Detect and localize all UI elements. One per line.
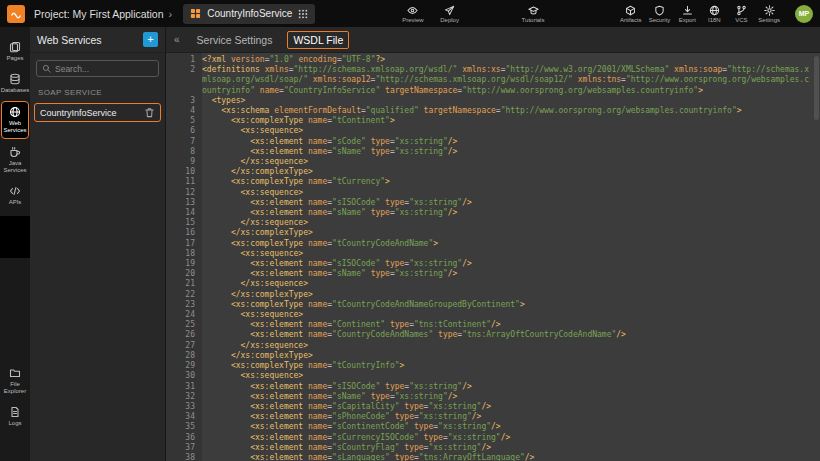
panel-header: Web Services + (30, 27, 165, 53)
code-line: 15 </xs:sequence> (166, 218, 820, 228)
tab-service-settings[interactable]: Service Settings (192, 32, 278, 48)
line-number: 38 (166, 453, 202, 461)
line-number: 10 (166, 167, 202, 177)
code-text: <definitions xmlns="http://schemas.xmlso… (202, 65, 820, 96)
tutorials-button[interactable]: Tutorials (522, 5, 545, 23)
line-number: 3 (166, 96, 202, 106)
export-button[interactable]: Export (677, 5, 697, 23)
code-line: 36 <xs:element name="sCurrencyISOCode" t… (166, 433, 820, 443)
code-line: 34 <xs:element name="sPhoneCode" type="x… (166, 412, 820, 422)
search-input[interactable] (55, 64, 153, 74)
tab-wsdl-file[interactable]: WSDL File (287, 31, 349, 49)
sidebar-main-items: PagesDatabasesWeb ServicesJava ServicesA… (0, 37, 30, 210)
user-avatar[interactable]: MP (795, 5, 813, 23)
action-label: Settings (758, 17, 780, 23)
line-number: 24 (166, 310, 202, 320)
i18n-button[interactable]: I18N (704, 5, 724, 23)
code-text: <xs:element name="sContinentCode" type="… (202, 422, 820, 432)
project-switcher[interactable]: Project: My First Application › (34, 8, 172, 20)
code-line: 11 <xs:complexType name="tCurrency"> (166, 177, 820, 187)
line-number: 11 (166, 177, 202, 187)
line-number: 32 (166, 392, 202, 402)
security-icon (654, 5, 665, 16)
code-text: </xs:complexType> (202, 167, 820, 177)
sidebar-item-logs[interactable]: Logs (0, 402, 30, 431)
code-text: <xs:element name="sISOCode" type="xs:str… (202, 382, 820, 392)
line-number: 4 (166, 106, 202, 116)
code-line: 5 <xs:complexType name="tContinent"> (166, 116, 820, 126)
code-line: 33 <xs:element name="sCapitalCity" type=… (166, 402, 820, 412)
security-button[interactable]: Security (649, 5, 671, 23)
code-line: 2<definitions xmlns="http://schemas.xmls… (166, 65, 820, 96)
action-label: Export (679, 17, 696, 23)
action-label: VCS (735, 17, 747, 23)
sidebar-item-file-explorer[interactable]: File Explorer (0, 363, 30, 399)
code-editor[interactable]: 1<?xml version="1.0" encoding="UTF-8"?>2… (166, 53, 820, 461)
preview-button[interactable]: Preview (402, 5, 423, 23)
tab-strip-tabs: Service SettingsWSDL File (192, 31, 350, 49)
line-number: 36 (166, 433, 202, 443)
sidebar-item-databases[interactable]: Databases (0, 69, 30, 98)
code-line: 38 <xs:element name="sLanguages" type="t… (166, 453, 820, 461)
sidebar-item-web-services[interactable]: Web Services (1, 101, 29, 139)
code-text: <xs:element name="sName" type="xs:string… (202, 269, 820, 279)
workspace: PagesDatabasesWeb ServicesJava ServicesA… (0, 27, 820, 461)
code-text: <xs:sequence> (202, 371, 820, 381)
code-text: <types> (202, 96, 820, 106)
line-number: 16 (166, 228, 202, 238)
line-number: 17 (166, 239, 202, 249)
logs-icon (9, 406, 21, 418)
action-label: I18N (708, 17, 721, 23)
service-icon (190, 8, 201, 19)
sidebar-item-label: Logs (8, 420, 21, 427)
vcs-button[interactable]: VCS (731, 5, 751, 23)
sidebar-item-apis[interactable]: APIs (0, 181, 30, 210)
chevron-right-icon: › (169, 8, 173, 20)
java-services-icon (9, 146, 21, 158)
code-text: <xs:element name="sPhoneCode" type="xs:s… (202, 412, 820, 422)
line-number: 12 (166, 188, 202, 198)
deploy-button[interactable]: Deploy (440, 5, 460, 23)
code-text: <xs:element name="sISOCode" type="xs:str… (202, 259, 820, 269)
code-line: 35 <xs:element name="sContinentCode" typ… (166, 422, 820, 432)
settings-button[interactable]: Settings (758, 5, 780, 23)
line-number: 29 (166, 361, 202, 371)
sidebar-bottom-items: File ExplorerLogs (0, 363, 30, 461)
web-services-icon (9, 106, 21, 118)
code-line: 26 <xs:element name="CountryCodeAndNames… (166, 330, 820, 340)
sidebar-item-label: APIs (9, 199, 22, 206)
line-number: 37 (166, 443, 202, 453)
sidebar-item-java-services[interactable]: Java Services (0, 142, 30, 178)
code-line: 18 <xs:sequence> (166, 249, 820, 259)
sidebar-item-pages[interactable]: Pages (0, 37, 30, 66)
line-number: 21 (166, 279, 202, 289)
grid-menu-icon[interactable] (298, 9, 308, 19)
panel-title: Web Services (37, 34, 137, 46)
code-line: 7 <xs:element name="sCode" type="xs:stri… (166, 137, 820, 147)
top-bar: Project: My First Application › CountryI… (0, 0, 820, 27)
code-line: 13 <xs:element name="sISOCode" type="xs:… (166, 198, 820, 208)
sidebar-item-label: Web Services (3, 120, 27, 134)
service-tab[interactable]: CountryInfoService (183, 4, 315, 24)
service-search[interactable] (36, 60, 159, 77)
artifacts-button[interactable]: Artifacts (620, 5, 642, 23)
tab-strip: « Service SettingsWSDL File (166, 27, 820, 53)
code-text: <xs:element name="sCurrencyISOCode" type… (202, 433, 820, 443)
line-number: 35 (166, 422, 202, 432)
service-list-item[interactable]: CountryInfoService (34, 103, 161, 122)
code-text: </xs:complexType> (202, 351, 820, 361)
code-line: 4 <xs:schema elementFormDefault="qualifi… (166, 106, 820, 116)
delete-icon[interactable] (144, 107, 155, 118)
editor-scrollbar[interactable] (814, 56, 819, 120)
collapse-panel-icon[interactable]: « (174, 34, 180, 45)
code-line: 17 <xs:complexType name="tCountryCodeAnd… (166, 239, 820, 249)
code-line: 16 </xs:complexType> (166, 228, 820, 238)
code-text: <xs:schema elementFormDefault="qualified… (202, 106, 820, 116)
code-text: <xs:complexType name="tCountryCodeAndNam… (202, 239, 820, 249)
code-line: 22 </xs:complexType> (166, 290, 820, 300)
code-line: 24 <xs:sequence> (166, 310, 820, 320)
app-logo-icon[interactable] (7, 5, 25, 23)
add-service-button[interactable]: + (143, 32, 158, 47)
code-line: 14 <xs:element name="sName" type="xs:str… (166, 208, 820, 218)
code-line: 25 <xs:element name="Continent" type="tn… (166, 320, 820, 330)
